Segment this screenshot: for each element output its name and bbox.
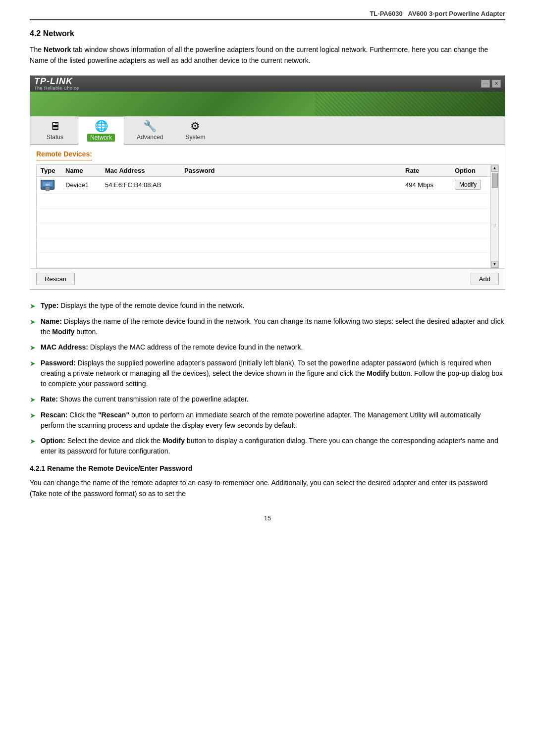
- device-password-cell: [180, 176, 401, 193]
- window-controls[interactable]: — ✕: [481, 80, 501, 88]
- list-item-mac: ➤ MAC Address: Displays the MAC address …: [30, 342, 505, 353]
- subsection-heading: 4.2.1 Rename the Remote Device/Enter Pas…: [30, 464, 505, 472]
- device-type-cell: 500: [37, 176, 61, 193]
- scrollbar-down-button[interactable]: ▼: [491, 261, 498, 268]
- app-titlebar: TP-LINK The Reliable Choice — ✕: [30, 76, 505, 92]
- rescan-button[interactable]: Rescan: [36, 273, 75, 285]
- add-button[interactable]: Add: [471, 273, 499, 285]
- list-item-password: ➤ Password: Displays the supplied powerl…: [30, 358, 505, 389]
- device-rate-cell: 494 Mbps: [401, 176, 451, 193]
- col-password-header: Password: [180, 165, 401, 177]
- modify-button[interactable]: Modify: [455, 180, 481, 190]
- list-item-option: ➤ Option: Select the device and click th…: [30, 436, 505, 456]
- empty-row: [37, 193, 490, 208]
- arrow-icon: ➤: [30, 301, 36, 311]
- table-row[interactable]: 500 Device1 54:E6:FC:B4:08:AB 494 Mbps M…: [37, 176, 490, 193]
- name-description: Name: Displays the name of the remote de…: [41, 316, 505, 337]
- device-option-cell: Modify: [451, 176, 490, 193]
- col-rate-header: Rate: [401, 165, 451, 177]
- brand-tagline: The Reliable Choice: [34, 86, 79, 91]
- rate-description: Rate: Shows the current transmission rat…: [41, 394, 505, 404]
- svg-text:500: 500: [46, 183, 50, 186]
- tab-status-label: Status: [47, 134, 63, 141]
- remote-devices-label: Remote Devices:: [36, 150, 92, 160]
- tab-network-label: Network: [87, 134, 115, 142]
- scrollbar-up-button[interactable]: ▲: [491, 165, 498, 172]
- tab-network[interactable]: 🌐 Network: [78, 116, 124, 145]
- list-item-type: ➤ Type: Displays the type of the remote …: [30, 301, 505, 311]
- arrow-icon: ➤: [30, 317, 36, 327]
- close-button[interactable]: ✕: [492, 80, 501, 88]
- col-name-header: Name: [61, 165, 101, 177]
- scrollbar-middle: ≡: [493, 189, 496, 261]
- col-mac-header: Mac Address: [101, 165, 180, 177]
- list-item-name: ➤ Name: Displays the name of the remote …: [30, 316, 505, 337]
- mac-description: MAC Address: Displays the MAC address of…: [41, 342, 505, 353]
- type-description: Type: Displays the type of the remote de…: [41, 301, 505, 311]
- network-icon: 🌐: [95, 120, 108, 133]
- col-type-header: Type: [37, 165, 61, 177]
- tab-advanced-label: Advanced: [137, 134, 163, 141]
- devices-table: Type Name Mac Address Password Rate Opti…: [37, 165, 490, 268]
- tab-system-label: System: [185, 134, 205, 141]
- table-scroll-area: Type Name Mac Address Password Rate Opti…: [37, 165, 490, 268]
- password-description: Password: Displays the supplied powerlin…: [41, 358, 505, 389]
- scrollbar-track: ▲ ≡ ▼: [490, 165, 498, 268]
- minimize-button[interactable]: —: [481, 80, 490, 88]
- header-text: TL-PA6030 AV600 3-port Powerline Adapter: [370, 10, 505, 17]
- rescan-description: Rescan: Click the "Rescan" button to per…: [41, 410, 505, 431]
- option-description: Option: Select the device and click the …: [41, 436, 505, 456]
- header-bar: TL-PA6030 AV600 3-port Powerline Adapter: [30, 10, 505, 20]
- arrow-icon: ➤: [30, 358, 36, 369]
- intro-text: The Network tab window shows information…: [30, 44, 505, 66]
- section-heading: 4.2 Network: [30, 29, 505, 38]
- app-nav: 🖥 Status 🌐 Network 🔧 Advanced ⚙ System: [30, 116, 505, 145]
- app-banner: [30, 92, 505, 116]
- app-logo: TP-LINK The Reliable Choice: [34, 77, 79, 91]
- empty-row: [37, 252, 490, 267]
- advanced-icon: 🔧: [143, 120, 157, 133]
- svg-rect-2: [46, 187, 50, 189]
- table-header-row: Type Name Mac Address Password Rate Opti…: [37, 165, 490, 177]
- subsection-text: You can change the name of the remote ad…: [30, 477, 505, 500]
- feature-list: ➤ Type: Displays the type of the remote …: [30, 301, 505, 456]
- col-option-header: Option: [451, 165, 490, 177]
- page-number: 15: [30, 514, 505, 522]
- scrollbar-thumb[interactable]: [492, 173, 498, 188]
- tab-status[interactable]: 🖥 Status: [35, 116, 75, 144]
- tab-advanced[interactable]: 🔧 Advanced: [127, 116, 172, 144]
- app-window: TP-LINK The Reliable Choice — ✕ 🖥 Status…: [30, 75, 505, 290]
- list-item-rescan: ➤ Rescan: Click the "Rescan" button to p…: [30, 410, 505, 431]
- model-number: TL-PA6030: [370, 10, 402, 17]
- empty-row: [37, 208, 490, 223]
- table-container: Type Name Mac Address Password Rate Opti…: [36, 164, 499, 268]
- empty-row: [37, 238, 490, 252]
- remote-devices-section: Remote Devices:: [30, 145, 505, 164]
- empty-row: [37, 223, 490, 238]
- device-name-cell: Device1: [61, 176, 101, 193]
- app-bottom-bar: Rescan Add: [30, 268, 505, 289]
- arrow-icon: ➤: [30, 343, 36, 353]
- device-mac-cell: 54:E6:FC:B4:08:AB: [101, 176, 180, 193]
- arrow-icon: ➤: [30, 436, 36, 447]
- product-name: AV600 3-port Powerline Adapter: [408, 10, 506, 17]
- list-item-rate: ➤ Rate: Shows the current transmission r…: [30, 394, 505, 405]
- brand-name: TP-LINK: [34, 77, 79, 86]
- status-icon: 🖥: [50, 120, 60, 133]
- device-type-icon: 500: [41, 180, 54, 190]
- system-icon: ⚙: [190, 120, 200, 133]
- arrow-icon: ➤: [30, 410, 36, 421]
- arrow-icon: ➤: [30, 395, 36, 405]
- tab-system[interactable]: ⚙ System: [175, 116, 215, 144]
